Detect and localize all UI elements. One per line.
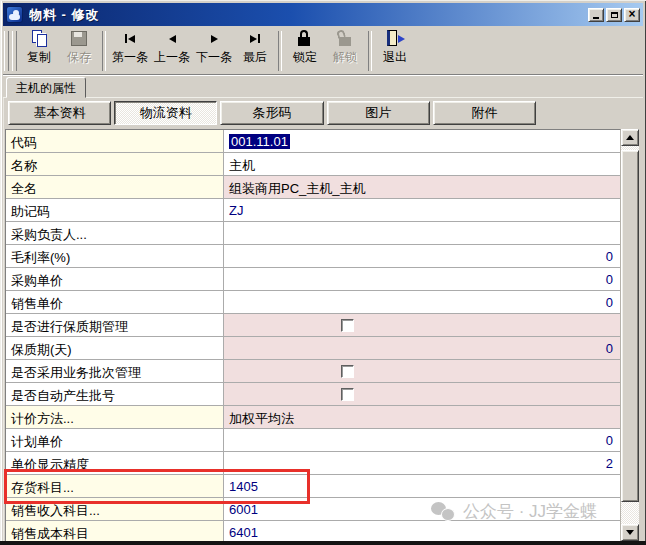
toolbar-button-label: 退出 xyxy=(383,49,407,66)
window-title: 物料 - 修改 xyxy=(29,6,588,24)
field-value[interactable]: 001.11.01 xyxy=(224,130,620,152)
batch-manage-checkbox[interactable] xyxy=(341,365,354,378)
toolbar-button-label: 复制 xyxy=(27,49,51,66)
material-edit-window: 物料 - 修改 × 复制 保存 第一条 上一条 下一条 xyxy=(0,0,646,545)
row-purchase-manager: 采购负责人... xyxy=(6,222,620,245)
scroll-up-button[interactable] xyxy=(621,129,639,146)
field-label: 是否采用业务批次管理 xyxy=(6,360,224,382)
field-label: 采购负责人... xyxy=(6,222,224,244)
window-bottom-edge xyxy=(0,541,646,545)
row-gross-margin: 毛利率(%) 0 xyxy=(6,245,620,268)
field-label: 是否进行保质期管理 xyxy=(6,314,224,336)
field-label: 毛利率(%) xyxy=(6,245,224,267)
field-label: 采购单价 xyxy=(6,268,224,290)
field-value: 0 xyxy=(224,337,620,359)
copy-button[interactable]: 复制 xyxy=(19,28,59,74)
lock-button[interactable]: 锁定 xyxy=(285,28,325,74)
save-icon xyxy=(68,30,90,47)
field-label: 计划单价 xyxy=(6,429,224,451)
selected-text: 001.11.01 xyxy=(229,134,290,149)
minimize-icon xyxy=(593,17,599,19)
title-bar: 物料 - 修改 × xyxy=(3,3,643,26)
field-value[interactable] xyxy=(224,222,620,244)
first-record-icon xyxy=(119,30,141,47)
subtab-picture[interactable]: 图片 xyxy=(327,101,430,125)
field-label: 销售成本科目 xyxy=(6,521,224,542)
close-button[interactable]: × xyxy=(624,8,640,22)
toolbar-grip[interactable] xyxy=(12,31,17,71)
lock-icon xyxy=(294,30,316,47)
field-value[interactable]: 6401 xyxy=(224,521,620,542)
red-highlight-box xyxy=(4,469,310,504)
field-value[interactable]: 0 xyxy=(224,291,620,313)
toolbar-separator xyxy=(102,31,106,71)
field-value xyxy=(224,360,620,382)
field-label: 销售单价 xyxy=(6,291,224,313)
minimize-button[interactable] xyxy=(588,8,604,22)
field-value xyxy=(224,314,620,336)
next-record-icon xyxy=(203,30,225,47)
subtab-attachment[interactable]: 附件 xyxy=(433,101,536,125)
tab-page: 基本资料 物流资料 条形码 图片 附件 代码 001.11.01 名称 主机 全… xyxy=(3,97,643,541)
row-full-name: 全名 组装商用PC_主机_主机 xyxy=(6,176,620,199)
row-name: 名称 主机 xyxy=(6,153,620,176)
exit-icon xyxy=(384,30,406,47)
row-batch-managed: 是否采用业务批次管理 xyxy=(6,360,620,383)
row-auto-batch-number: 是否自动产生批号 xyxy=(6,383,620,406)
unlock-icon xyxy=(334,30,356,47)
field-label: 保质期(天) xyxy=(6,337,224,359)
app-logo-icon[interactable] xyxy=(6,6,23,23)
field-value: 加权平均法 xyxy=(224,406,620,428)
subtab-bar: 基本资料 物流资料 条形码 图片 附件 xyxy=(8,101,536,126)
auto-batch-checkbox[interactable] xyxy=(341,388,354,401)
toolbar-button-label: 保存 xyxy=(67,49,91,66)
field-label: 名称 xyxy=(6,153,224,175)
toolbar-button-label: 上一条 xyxy=(154,49,190,66)
row-purchase-price: 采购单价 0 xyxy=(6,268,620,291)
toolbar-separator xyxy=(368,31,372,71)
arrow-up-icon xyxy=(626,135,634,140)
copy-icon xyxy=(28,30,50,47)
save-button: 保存 xyxy=(59,28,99,74)
first-record-button[interactable]: 第一条 xyxy=(109,28,151,74)
close-icon: × xyxy=(628,8,635,20)
scrollbar-thumb[interactable] xyxy=(621,150,639,502)
toolbar-button-label: 第一条 xyxy=(112,49,148,66)
field-label: 计价方法... xyxy=(6,406,224,428)
maximize-button[interactable] xyxy=(606,8,622,22)
shelf-life-checkbox[interactable] xyxy=(341,319,354,332)
subtab-logistics-info[interactable]: 物流资料 xyxy=(114,101,217,125)
field-label: 助记码 xyxy=(6,199,224,221)
vertical-scrollbar[interactable] xyxy=(621,129,639,541)
field-value[interactable]: 主机 xyxy=(224,153,620,175)
field-value[interactable]: ZJ xyxy=(224,199,620,221)
field-label: 是否自动产生批号 xyxy=(6,383,224,405)
toolbar-button-label: 最后 xyxy=(243,49,267,66)
row-mnemonic-code: 助记码 ZJ xyxy=(6,199,620,222)
field-value[interactable]: 0 xyxy=(224,268,620,290)
exit-button[interactable]: 退出 xyxy=(375,28,415,74)
field-value: 组装商用PC_主机_主机 xyxy=(224,176,620,198)
unlock-button: 解锁 xyxy=(325,28,365,74)
field-label: 全名 xyxy=(6,176,224,198)
subtab-basic-info[interactable]: 基本资料 xyxy=(8,101,111,125)
toolbar: 复制 保存 第一条 上一条 下一条 最后 锁定 解锁 xyxy=(3,26,643,75)
last-record-icon xyxy=(244,30,266,47)
row-sales-cost-account: 销售成本科目 6401 xyxy=(6,521,620,542)
toolbar-grip[interactable] xyxy=(4,31,9,71)
subtab-barcode[interactable]: 条形码 xyxy=(220,101,323,125)
last-record-button[interactable]: 最后 xyxy=(235,28,275,74)
toolbar-button-label: 下一条 xyxy=(196,49,232,66)
field-value[interactable]: 0 xyxy=(224,245,620,267)
previous-record-button[interactable]: 上一条 xyxy=(151,28,193,74)
maximize-icon xyxy=(611,12,618,18)
row-shelf-life-managed: 是否进行保质期管理 xyxy=(6,314,620,337)
row-valuation-method: 计价方法... 加权平均法 xyxy=(6,406,620,429)
row-code: 代码 001.11.01 xyxy=(6,130,620,153)
field-value[interactable]: 0 xyxy=(224,429,620,451)
scroll-down-button[interactable] xyxy=(621,524,639,541)
tab-host-properties[interactable]: 主机的属性 xyxy=(6,77,86,98)
row-shelf-life-days: 保质期(天) 0 xyxy=(6,337,620,360)
toolbar-button-label: 锁定 xyxy=(293,49,317,66)
next-record-button[interactable]: 下一条 xyxy=(193,28,235,74)
